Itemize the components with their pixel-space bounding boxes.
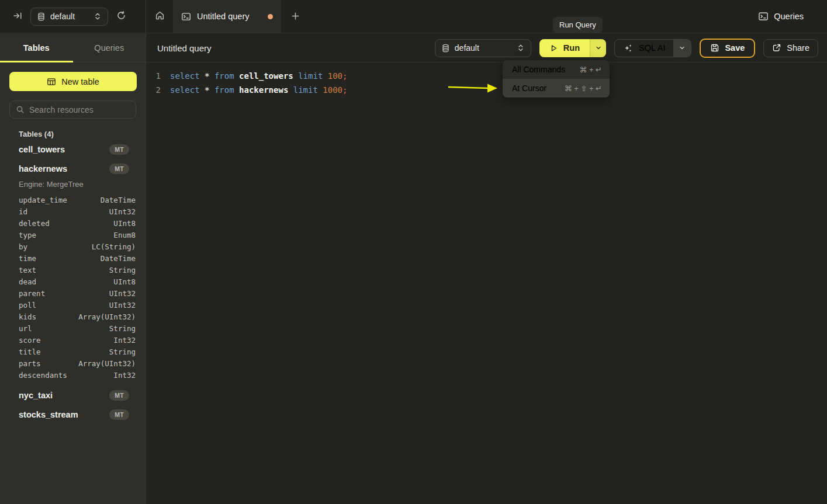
tab-strip: Untitled query [146, 0, 758, 33]
column-name: descendants [19, 371, 67, 380]
run-button[interactable]: Run [539, 39, 590, 57]
column-name: score [19, 336, 41, 345]
column-row: idUInt32 [0, 206, 146, 217]
column-type: UInt32 [109, 301, 136, 310]
column-type: Array(UInt32) [78, 312, 136, 321]
toolbar-database-value: default [455, 43, 512, 53]
sidebar-tabs: TablesQueries [0, 34, 146, 62]
column-name: time [19, 254, 36, 263]
new-tab-button[interactable] [281, 0, 309, 33]
table-grid-icon [47, 77, 56, 86]
menu-item-shortcut: ⌘ + ⇧ + ↵ [565, 84, 602, 93]
refresh-button[interactable] [116, 11, 126, 22]
code-token: * [205, 71, 214, 81]
search-icon [16, 105, 25, 114]
refresh-icon [116, 11, 126, 22]
column-type: DateTime [101, 196, 136, 204]
table-row[interactable]: nyc_taxiMT [0, 385, 146, 405]
table-row[interactable]: hackernewsMT [0, 159, 146, 178]
run-menu-item-at-cursor[interactable]: At Cursor⌘ + ⇧ + ↵ [503, 79, 610, 98]
sql-ai-button[interactable]: SQL AI [615, 40, 673, 57]
sidebar-tab-tables[interactable]: Tables [0, 34, 73, 62]
column-row: pollUInt32 [0, 299, 146, 311]
sidebar-tab-queries[interactable]: Queries [73, 34, 146, 62]
play-icon [549, 44, 558, 53]
top-bar-right: Queries [758, 0, 827, 33]
toolbar-database-selector[interactable]: default [435, 39, 531, 57]
query-toolbar: Untitled query default Run [147, 34, 827, 62]
column-row: byLC(String) [0, 241, 146, 252]
code-token: hackernews [239, 85, 293, 95]
column-type: UInt32 [109, 289, 136, 298]
queries-button[interactable]: Queries [758, 11, 804, 22]
code-token: from [214, 85, 239, 95]
home-tab[interactable] [146, 0, 173, 33]
tab-untitled-query[interactable]: Untitled query [173, 0, 281, 33]
column-type: String [109, 266, 136, 274]
column-row: partsArray(UInt32) [0, 357, 146, 369]
search-box [9, 100, 136, 119]
column-type: Int32 [113, 371, 136, 380]
database-icon [37, 12, 45, 21]
column-type: DateTime [101, 254, 136, 263]
chevron-down-icon [679, 44, 686, 51]
database-icon [442, 44, 449, 53]
column-name: parent [19, 289, 45, 298]
run-query-tooltip: Run Query [553, 17, 603, 33]
code-token: from [214, 71, 239, 81]
column-name: text [19, 266, 36, 274]
column-row: parentUInt32 [0, 287, 146, 299]
save-button[interactable]: Save [700, 39, 755, 58]
query-title: Untitled query [157, 43, 212, 53]
table-row[interactable]: stocks_streamMT [0, 405, 146, 424]
table-name: hackernews [19, 164, 109, 173]
line-number: 2 [147, 85, 161, 95]
tab-label: Untitled query [197, 12, 262, 21]
column-type: UInt8 [113, 219, 136, 228]
column-row: titleString [0, 346, 146, 357]
plus-icon [291, 10, 300, 23]
new-table-button[interactable]: New table [9, 72, 137, 91]
column-row: descendantsInt32 [0, 369, 146, 381]
search-input[interactable] [29, 105, 135, 114]
share-button[interactable]: Share [763, 39, 818, 57]
sidebar: TablesQueries New table Tables (4) cell_… [0, 34, 146, 504]
save-button-label: Save [725, 43, 745, 53]
column-name: parts [19, 359, 41, 368]
engine-badge: MT [109, 409, 129, 420]
sql-editor[interactable]: 1select * from cell_towers limit 100;2se… [147, 63, 827, 504]
column-row: typeEnum8 [0, 229, 146, 241]
sql-ai-caret-button[interactable] [673, 40, 691, 57]
database-selector[interactable]: default [30, 8, 108, 26]
top-bar-left: default [0, 0, 146, 33]
column-name: type [19, 231, 36, 239]
code-area: 1select * from cell_towers limit 100;2se… [147, 69, 827, 97]
column-row: deletedUInt8 [0, 217, 146, 229]
engine-badge: MT [109, 390, 129, 401]
column-row: timeDateTime [0, 252, 146, 264]
code-token: * [205, 85, 214, 95]
code-token: 100 [328, 71, 342, 81]
run-menu-item-all-commands[interactable]: All Commands⌘ + ↵ [503, 60, 610, 79]
code-line[interactable]: 2select * from hackernews limit 1000; [147, 83, 827, 97]
column-name: by [19, 242, 27, 251]
table-list: cell_towersMThackernewsMTEngine: MergeTr… [0, 140, 146, 424]
terminal-icon [758, 11, 769, 22]
run-options-caret-button[interactable] [590, 39, 606, 57]
code-token: cell_towers [239, 71, 298, 81]
sparkles-icon [623, 43, 633, 53]
column-name: url [19, 324, 32, 333]
column-name: id [19, 207, 27, 216]
chevron-up-down-icon [517, 44, 524, 52]
unsaved-indicator-dot [268, 14, 273, 19]
engine-badge: MT [109, 144, 129, 155]
chevron-down-icon [595, 44, 602, 51]
code-line[interactable]: 1select * from cell_towers limit 100; [147, 69, 827, 83]
column-type: Enum8 [113, 231, 136, 239]
table-row[interactable]: cell_towersMT [0, 140, 146, 159]
code-token: select [170, 71, 205, 81]
chevron-up-down-icon [94, 12, 101, 20]
arrow-to-line-icon [13, 11, 22, 22]
collapse-sidebar-button[interactable] [13, 11, 22, 22]
column-row: scoreInt32 [0, 334, 146, 346]
